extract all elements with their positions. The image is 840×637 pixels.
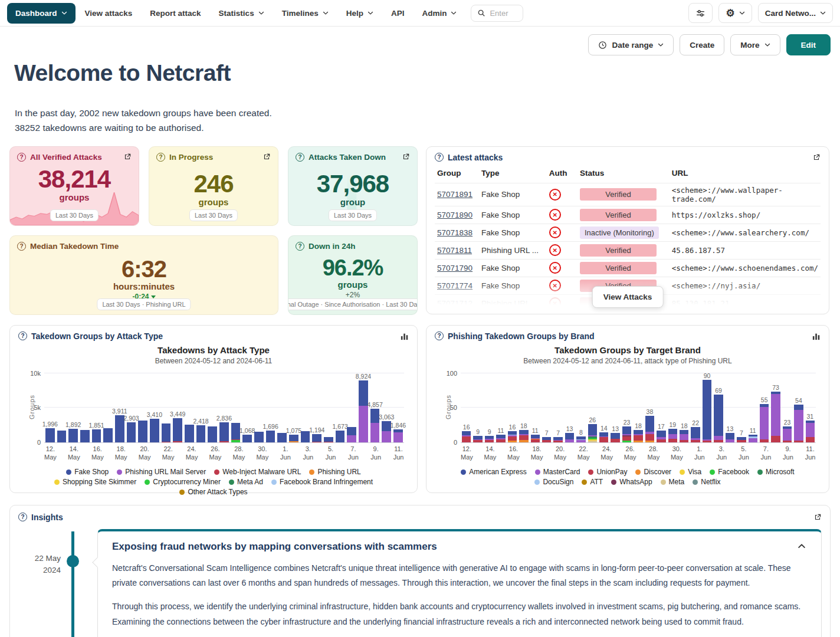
legend-item-phishing-url[interactable]: Phishing URL — [309, 468, 360, 476]
bar-13-may[interactable]: 9 — [472, 373, 483, 442]
bar-15-may[interactable]: 11 — [495, 373, 506, 442]
more-button[interactable]: More — [730, 34, 780, 55]
bar-5-jun[interactable]: 7 — [736, 373, 747, 442]
bar-16-may[interactable]: 16 — [507, 373, 518, 442]
external-link-icon[interactable] — [402, 153, 410, 161]
group-link[interactable]: 57071790 — [437, 264, 472, 272]
attacks-taken-down-card[interactable]: ? Attacks Taken Down 37,968 group Last 3… — [288, 146, 418, 226]
bar-7-jun[interactable] — [346, 373, 357, 442]
legend-item-shopping-site-skimmer[interactable]: Shopping Site Skimmer — [54, 478, 136, 486]
bar-24-may[interactable]: 14 — [598, 373, 609, 442]
legend-item-meta-ad[interactable]: Meta Ad — [229, 478, 263, 486]
help-icon[interactable]: ? — [296, 153, 304, 162]
bar-31-may[interactable]: 18 — [678, 373, 690, 442]
view-attacks-button[interactable]: View Attacks — [592, 286, 664, 308]
nav-item-statistics[interactable]: Statistics — [211, 4, 273, 22]
bar-27-may[interactable]: 18 — [632, 373, 644, 442]
group-link[interactable]: 57071774 — [437, 281, 472, 290]
bar-11-jun[interactable]: 1,846 — [392, 373, 404, 442]
legend-item-facebook[interactable]: Facebook — [710, 468, 749, 476]
bar-2-jun[interactable]: 90 — [701, 373, 713, 442]
nav-item-help[interactable]: Help — [338, 4, 382, 22]
nav-item-timelines[interactable]: Timelines — [274, 4, 337, 22]
legend-item-cryptocurrency-miner[interactable]: Cryptocurrency Miner — [145, 478, 221, 486]
bar-22-may[interactable]: 8 — [575, 373, 586, 442]
bar-9-jun[interactable]: 23 — [782, 373, 793, 442]
bar-6-jun[interactable]: 1,673 — [334, 373, 346, 442]
legend-item-whatsapp[interactable]: WhatsApp — [611, 478, 652, 486]
help-icon[interactable]: ? — [18, 513, 27, 521]
group-link[interactable]: 57071891 — [437, 190, 472, 199]
group-link[interactable]: 57071890 — [437, 211, 472, 219]
settings-button[interactable]: ⚙ — [718, 3, 752, 23]
legend-item-phishing-url-mail-server[interactable]: Phishing URL Mail Server — [117, 468, 206, 476]
bar-16-may[interactable]: 1,851 — [91, 373, 103, 442]
date-range-button[interactable]: Date range — [588, 34, 674, 55]
nav-item-api[interactable]: API — [383, 4, 413, 22]
bar-10-jun[interactable]: 54 — [793, 373, 804, 442]
bar-21-may[interactable]: 13 — [564, 373, 575, 442]
bar-24-may[interactable] — [183, 373, 195, 442]
bar-29-may[interactable]: 17 — [655, 373, 667, 442]
help-icon[interactable]: ? — [435, 153, 444, 162]
bar-4-jun[interactable]: 1,194 — [311, 373, 323, 442]
bar-27-may[interactable]: 2,836 — [218, 373, 230, 442]
bar-26-may[interactable] — [206, 373, 218, 442]
legend-item-fake-shop[interactable]: Fake Shop — [66, 468, 109, 476]
help-icon[interactable]: ? — [18, 331, 27, 340]
filters-button[interactable] — [688, 3, 713, 23]
search-box[interactable] — [471, 5, 523, 22]
bar-chart-icon[interactable] — [401, 332, 409, 340]
bar-18-may[interactable]: 11 — [530, 373, 541, 442]
bar-12-may[interactable]: 16 — [461, 373, 472, 442]
bar-4-jun[interactable]: 13 — [724, 373, 736, 442]
bar-chart-icon[interactable] — [812, 332, 821, 340]
bar-14-may[interactable]: 9 — [484, 373, 495, 442]
all-verified-attacks-card[interactable]: ? All Verified Attacks 38,214 groups Las… — [9, 146, 139, 226]
bar-22-may[interactable] — [160, 373, 172, 442]
bar-31-may[interactable]: 1,696 — [265, 373, 277, 442]
legend-item-att[interactable]: ATT — [582, 478, 603, 486]
legend-item-discover[interactable]: Discover — [635, 468, 671, 476]
bar-23-may[interactable]: 3,449 — [172, 373, 183, 442]
bar-26-may[interactable]: 23 — [621, 373, 632, 442]
bar-8-jun[interactable]: 73 — [770, 373, 781, 442]
bar-23-may[interactable]: 26 — [587, 373, 598, 442]
help-icon[interactable]: ? — [156, 153, 165, 162]
external-link-icon[interactable] — [123, 153, 132, 161]
search-input[interactable] — [490, 9, 517, 18]
group-link[interactable]: 57071712 — [437, 299, 472, 308]
edit-button[interactable]: Edit — [786, 34, 831, 55]
bar-28-may[interactable]: 38 — [644, 373, 655, 442]
bar-17-may[interactable]: 18 — [518, 373, 529, 442]
group-link[interactable]: 57071838 — [437, 228, 472, 237]
bar-20-may[interactable] — [137, 373, 149, 442]
down-in-24h-card[interactable]: ? Down in 24h 96.2% groups +2% Final Out… — [288, 235, 418, 315]
bar-3-jun[interactable]: 69 — [713, 373, 724, 442]
bar-12-may[interactable]: 1,996 — [44, 373, 56, 442]
legend-item-unionpay[interactable]: UnionPay — [588, 468, 627, 476]
bar-30-may[interactable] — [253, 373, 265, 442]
bar-2-jun[interactable]: 1,075 — [288, 373, 300, 442]
legend-item-other-attack-types[interactable]: Other Attack Types — [179, 488, 247, 496]
legend-item-meta[interactable]: Meta — [661, 478, 685, 486]
bar-25-may[interactable]: 2,418 — [195, 373, 207, 442]
legend-item-facebook-brand-infringement[interactable]: Facebook Brand Infringement — [271, 478, 373, 486]
bar-7-jun[interactable]: 55 — [759, 373, 770, 442]
legend-item-mastercard[interactable]: MasterCard — [535, 468, 580, 476]
legend-item-docusign[interactable]: DocuSign — [534, 478, 573, 486]
bar-20-may[interactable]: 7 — [552, 373, 563, 442]
bar-21-may[interactable]: 3,410 — [149, 373, 160, 442]
bar-29-may[interactable]: 1,068 — [241, 373, 253, 442]
external-link-icon[interactable] — [812, 153, 821, 162]
bar-15-may[interactable] — [79, 373, 91, 442]
card-network-dropdown[interactable]: Card Netwo... — [758, 3, 833, 23]
legend-item-american-express[interactable]: American Express — [461, 468, 526, 476]
bar-6-jun[interactable]: 11 — [747, 373, 759, 442]
bar-13-may[interactable] — [56, 373, 68, 442]
bar-19-may[interactable]: 7 — [541, 373, 552, 442]
external-link-icon[interactable] — [262, 153, 271, 161]
bar-14-may[interactable]: 1,892 — [67, 373, 79, 442]
help-icon[interactable]: ? — [17, 153, 26, 162]
help-icon[interactable]: ? — [435, 331, 444, 340]
